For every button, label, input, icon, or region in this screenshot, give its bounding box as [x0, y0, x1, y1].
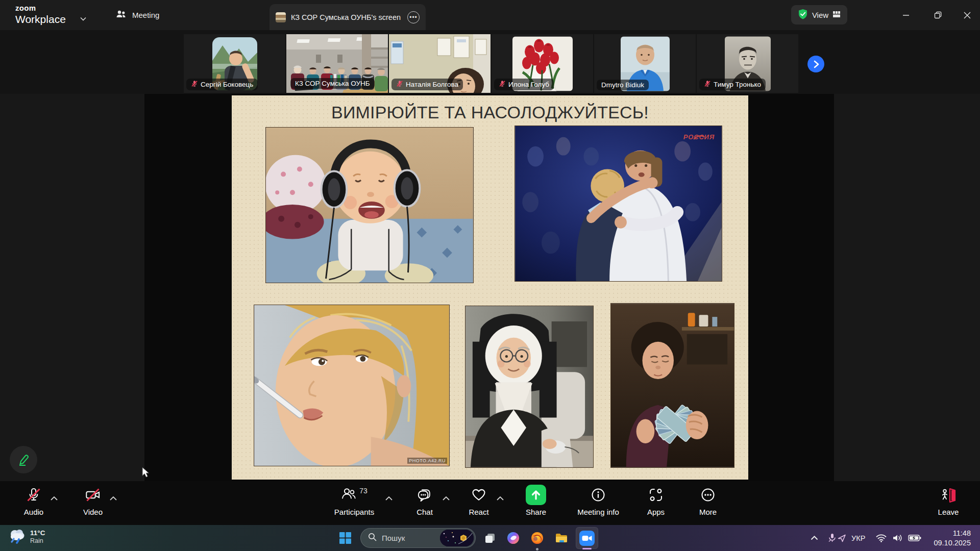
- more-ellipsis-icon: [700, 485, 716, 505]
- chat-button[interactable]: Chat: [400, 485, 449, 516]
- tab-screen-share[interactable]: КЗ СОР Сумська ОУНБ's screen •••: [270, 4, 426, 30]
- mic-muted-icon: [191, 80, 198, 89]
- speaker-icon[interactable]: [892, 525, 903, 551]
- tray-clock[interactable]: 11:48 09.10.2025: [934, 529, 971, 548]
- tray-expand-chevron[interactable]: [811, 525, 818, 551]
- tab-options-ellipsis-icon[interactable]: •••: [407, 11, 420, 23]
- apps-icon: [648, 485, 664, 505]
- screen-share-thumbnail: [276, 12, 286, 22]
- participants-count: 73: [359, 487, 368, 495]
- camera-muted-icon: [85, 485, 101, 505]
- participant-name-label: Илона Голуб: [494, 79, 554, 90]
- participant-name-label: Dmytro Bidiuk: [597, 80, 649, 90]
- photo-watermark: PHOTO.A42.RU: [407, 458, 447, 464]
- photo-nun-computer: [465, 306, 594, 468]
- file-explorer-icon[interactable]: [550, 525, 573, 551]
- weather-temp: 11°C: [30, 529, 45, 538]
- mic-in-use-icon[interactable]: [828, 525, 837, 551]
- layout-grid-icon: [832, 11, 841, 19]
- location-in-use-icon[interactable]: [838, 525, 846, 551]
- participant-tile-tymur[interactable]: Тимур Тронько: [697, 34, 798, 93]
- workspace-chevron-down-icon[interactable]: [80, 14, 86, 23]
- react-button[interactable]: React: [454, 485, 503, 516]
- photo-baby-headphones: [265, 127, 474, 283]
- logo-workplace-text: Workplace: [15, 14, 66, 24]
- keyboard-language[interactable]: УКР: [851, 525, 865, 551]
- chat-bubble-icon: [417, 485, 432, 505]
- video-label: Video: [83, 508, 103, 516]
- weather-widget[interactable]: 11°C Rain: [8, 528, 45, 546]
- zoom-active-indicator: [582, 548, 592, 549]
- next-participants-arrow-button[interactable]: [807, 56, 824, 72]
- participant-video-strip: Сергій Боковець КЗ СОР Сумська ОУНБ Ната…: [0, 30, 980, 94]
- title-bar: zoom Workplace Meeting КЗ СОР Сумська ОУ…: [0, 0, 980, 30]
- tray-time: 11:48: [934, 529, 971, 538]
- audio-options-chevron[interactable]: [51, 493, 58, 503]
- participant-name-label: Наталія Болгова: [391, 79, 463, 90]
- mic-muted-icon: [396, 80, 403, 89]
- people-icon: [115, 9, 127, 21]
- participant-tile-ilona[interactable]: Илона Голуб: [492, 34, 593, 93]
- react-options-chevron[interactable]: [497, 493, 504, 503]
- heart-icon: [471, 485, 486, 505]
- battery-charging-icon[interactable]: [908, 525, 921, 551]
- annotate-pencil-button[interactable]: [10, 446, 37, 473]
- search-icon: [368, 533, 377, 543]
- task-view-button[interactable]: [479, 525, 501, 551]
- leave-label: Leave: [938, 508, 959, 516]
- copilot-icon[interactable]: [502, 525, 524, 551]
- participant-name-label: Сергій Боковець: [186, 79, 258, 90]
- participant-name-label: Тимур Тронько: [699, 79, 766, 90]
- firefox-running-indicator: [536, 548, 538, 550]
- apps-button[interactable]: Apps: [631, 485, 680, 516]
- photo-woman-money: [610, 303, 734, 468]
- zoom-app-icon[interactable]: [576, 527, 598, 549]
- share-button[interactable]: Share: [511, 485, 560, 516]
- zoom-meeting-window: zoom Workplace Meeting КЗ СОР Сумська ОУ…: [0, 0, 980, 551]
- mic-muted-icon: [499, 80, 506, 89]
- weather-condition: Rain: [30, 537, 45, 544]
- meeting-toolbar: Audio Video 73 Participants Chat: [0, 481, 980, 525]
- wifi-icon[interactable]: [876, 525, 887, 551]
- taskbar-search-box[interactable]: Пошук: [360, 528, 476, 548]
- tray-date: 09.10.2025: [934, 538, 971, 548]
- leave-button[interactable]: Leave: [924, 485, 973, 516]
- photo-couple-stage: РОССИЯ: [514, 126, 722, 282]
- search-highlight-image[interactable]: [440, 530, 474, 546]
- participant-tile-serhii[interactable]: Сергій Боковець: [184, 34, 285, 93]
- tab-meeting[interactable]: Meeting: [110, 0, 164, 30]
- participants-label: Participants: [334, 508, 374, 516]
- firefox-icon[interactable]: [526, 525, 548, 551]
- apps-label: Apps: [647, 508, 665, 516]
- shared-screen-area: ВИМІРЮЙТЕ ТА НАСОЛОДЖУЙТЕСЬ! РОССИЯ: [0, 94, 980, 481]
- chat-options-chevron[interactable]: [443, 493, 450, 503]
- tv-channel-logo: РОССИЯ: [683, 133, 715, 141]
- view-button[interactable]: View: [791, 5, 847, 24]
- mic-muted-icon: [26, 485, 41, 505]
- start-button[interactable]: [334, 525, 356, 551]
- tab-meeting-label: Meeting: [132, 11, 159, 19]
- photo-blonde-thermometer: PHOTO.A42.RU: [254, 305, 450, 466]
- participants-button[interactable]: 73 Participants: [330, 485, 379, 516]
- participant-tile-dmytro[interactable]: Dmytro Bidiuk: [594, 34, 696, 93]
- meeting-info-button[interactable]: Meeting info: [574, 485, 623, 516]
- participants-icon: [341, 486, 356, 504]
- slide-title: ВИМІРЮЙТЕ ТА НАСОЛОДЖУЙТЕСЬ!: [232, 103, 748, 122]
- close-button[interactable]: [954, 0, 980, 30]
- view-button-label: View: [812, 11, 828, 19]
- participant-tile-nataliia[interactable]: Наталія Болгова: [389, 34, 491, 93]
- presentation-slide: ВИМІРЮЙТЕ ТА НАСОЛОДЖУЙТЕСЬ! РОССИЯ: [232, 95, 748, 480]
- participant-tile-library[interactable]: КЗ СОР Сумська ОУНБ: [286, 34, 388, 93]
- info-icon: [591, 485, 606, 505]
- video-options-chevron[interactable]: [110, 493, 117, 503]
- more-button[interactable]: More: [683, 485, 732, 516]
- shared-screen-frame: ВИМІРЮЙТЕ ТА НАСОЛОДЖУЙТЕСЬ! РОССИЯ: [144, 94, 834, 481]
- rain-cloud-icon: [8, 528, 26, 546]
- participants-options-chevron[interactable]: [385, 493, 393, 503]
- share-screen-icon: [526, 485, 546, 505]
- logo-zoom-text: zoom: [15, 4, 66, 12]
- tab-screen-share-label: КЗ СОР Сумська ОУНБ's screen: [291, 13, 401, 21]
- minimize-button[interactable]: [893, 0, 919, 30]
- mic-muted-icon: [704, 80, 711, 89]
- restore-button[interactable]: [925, 0, 950, 30]
